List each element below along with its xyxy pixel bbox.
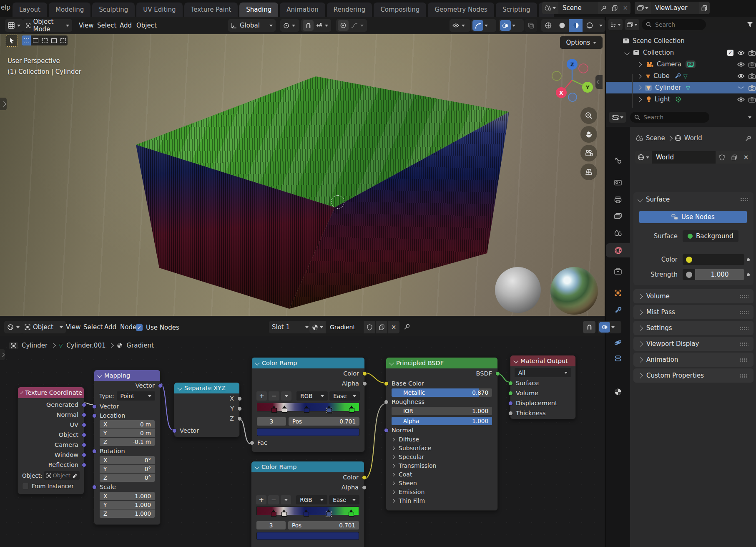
panel-custom-properties[interactable]: Custom Properties [633, 368, 753, 383]
node-color-ramp-2[interactable]: Color Ramp Color Alpha + − RGB Ease 3 Po… [251, 461, 364, 547]
menu-object[interactable]: Object [136, 17, 157, 34]
ramp2-specials-dropdown[interactable] [281, 495, 291, 504]
material-name-field[interactable]: Gradient [326, 321, 363, 333]
collection-expand-arrow[interactable] [624, 50, 630, 55]
scene-pin-icon[interactable] [598, 2, 609, 14]
select-intersect-mode[interactable] [58, 35, 68, 45]
mapping-type-dropdown[interactable]: Point [117, 391, 155, 401]
ramp2-stop-1[interactable] [281, 512, 287, 517]
eye-closed-icon[interactable] [737, 86, 745, 90]
ramp-stop-2[interactable] [304, 408, 309, 413]
toolbar-expand-arrow[interactable] [0, 98, 7, 110]
ramp-stop-3-selected[interactable] [327, 408, 332, 413]
panel-animation[interactable]: Animation [633, 353, 753, 367]
eye-icon[interactable] [737, 97, 745, 102]
node-separate-xyz[interactable]: Separate XYZ X Y Z Vector [174, 382, 240, 437]
menu-view[interactable]: View [79, 17, 94, 34]
object-picker-field[interactable]: Object [44, 471, 80, 480]
options-button[interactable]: Options [560, 36, 603, 49]
output-target-dropdown[interactable]: All [515, 368, 571, 377]
cylinder-expand-arrow[interactable] [636, 85, 642, 91]
gizmos-toggle[interactable] [472, 20, 483, 31]
mapping-loc-x[interactable]: X0 m [100, 420, 155, 429]
world-fake-user-button[interactable] [716, 151, 728, 164]
camera-expand-arrow[interactable] [636, 62, 642, 67]
outliner-search-input[interactable] [654, 21, 702, 28]
panel-mist-pass[interactable]: Mist Pass [633, 305, 753, 319]
shader-overlay-toggle[interactable] [599, 322, 610, 333]
editor-type-3d-viewport[interactable] [5, 19, 23, 32]
pan-hand-button[interactable] [580, 126, 597, 143]
color-animate-dot[interactable] [747, 258, 750, 261]
tab-compositing[interactable]: Compositing [374, 3, 426, 17]
properties-display-dropdown[interactable] [609, 112, 626, 123]
menu-select[interactable]: Select [97, 17, 116, 34]
tab-tool-properties[interactable] [611, 154, 625, 166]
bsdf-ior-slider[interactable]: IOR1.000 [392, 407, 492, 415]
from-instancer-row[interactable]: From Instancer [18, 480, 84, 489]
bsdf-alpha-slider[interactable]: Alpha1.000 [392, 417, 492, 425]
breadcrumb-world[interactable]: World [684, 134, 702, 142]
outliner-row-collection[interactable]: Collection ✓ [606, 47, 756, 58]
properties-header-dropdown[interactable] [748, 116, 751, 118]
transform-orientation-dropdown[interactable]: Global [228, 19, 276, 32]
camera-visibility-icon[interactable] [748, 96, 756, 103]
viewlayer-name[interactable]: ViewLayer [651, 4, 699, 12]
tab-scene-properties[interactable] [611, 227, 625, 239]
properties-search-input[interactable] [643, 113, 690, 121]
ramp-interpolation-dropdown[interactable]: Ease [329, 391, 360, 401]
mode-dropdown[interactable]: Object Mode [23, 19, 72, 32]
properties-pin-icon[interactable] [745, 135, 751, 141]
use-nodes-button[interactable]: Use Nodes [639, 211, 747, 223]
scene-name[interactable]: Scene [558, 4, 598, 12]
viewport-3d[interactable]: Options User Perspective (1) Collection … [0, 34, 605, 316]
falloff-curve-icon[interactable] [351, 23, 358, 28]
ramp2-add-stop-button[interactable]: + [256, 495, 266, 504]
ramp2-stop-3-selected[interactable] [326, 512, 332, 517]
tab-material-properties[interactable] [611, 386, 625, 398]
outliner-row-camera[interactable]: Camera [606, 58, 756, 70]
world-browse-button[interactable] [635, 151, 652, 164]
camera-visibility-icon[interactable] [748, 50, 756, 56]
material-pin-icon[interactable] [404, 323, 410, 330]
strength-value-field[interactable]: 1.000 [695, 269, 744, 280]
scene-browse-button[interactable] [542, 2, 558, 14]
bsdf-section-coat[interactable]: Coat [386, 470, 497, 479]
ramp2-stop-4[interactable] [349, 512, 354, 517]
ramp-stop-4[interactable] [349, 408, 354, 413]
ramp-index-field[interactable]: 3 [257, 417, 286, 426]
properties-search[interactable] [630, 112, 709, 123]
outliner-filter-icon[interactable] [747, 22, 753, 28]
ramp2-delete-stop-button[interactable]: − [268, 495, 279, 504]
cube-expand-arrow[interactable] [636, 73, 642, 79]
mapping-scale-y[interactable]: Y1.000 [100, 501, 155, 509]
outliner-row-cylinder[interactable]: ▼ Cylinder ▽ [606, 82, 756, 93]
color-value-field[interactable] [695, 254, 744, 265]
snap-dropdown[interactable] [325, 25, 328, 27]
ramp-color-mode-dropdown[interactable]: RGB [296, 391, 328, 401]
panel-drag-grip[interactable] [740, 197, 749, 201]
tab-layout[interactable]: Layout [13, 3, 47, 17]
shader-type-dropdown[interactable]: Object [22, 321, 66, 333]
gizmos-dropdown[interactable] [485, 25, 488, 27]
breadcrumb-material[interactable]: Gradient [126, 342, 153, 349]
ramp-stop-0[interactable] [271, 408, 277, 413]
shading-dropdown[interactable] [596, 19, 605, 32]
viewlayer-copy-button[interactable] [699, 2, 710, 14]
select-extend-mode[interactable] [31, 35, 40, 45]
node-texture-coordinate[interactable]: Texture Coordinate Generated Normal UV O… [18, 387, 84, 494]
world-name-field[interactable]: World [652, 151, 716, 164]
breadcrumb-object[interactable]: Cylinder [22, 342, 48, 349]
world-copy-button[interactable] [728, 151, 740, 164]
shader-menu-view[interactable]: View [66, 318, 81, 336]
mapping-scale-z[interactable]: Z1.000 [100, 509, 155, 518]
falloff-dropdown[interactable] [360, 25, 364, 27]
select-invert-mode[interactable] [49, 35, 58, 45]
camera-visibility-icon[interactable] [748, 61, 756, 68]
shader-overlay-dropdown[interactable] [611, 326, 615, 328]
shader-editor[interactable]: Object View Select Add Node ✓ Use Nodes … [0, 316, 605, 547]
tab-world-properties-active[interactable] [606, 243, 630, 257]
shading-rendered-button[interactable] [583, 19, 596, 32]
select-subtract-mode[interactable] [40, 35, 49, 45]
tab-collection-properties[interactable] [611, 265, 625, 277]
